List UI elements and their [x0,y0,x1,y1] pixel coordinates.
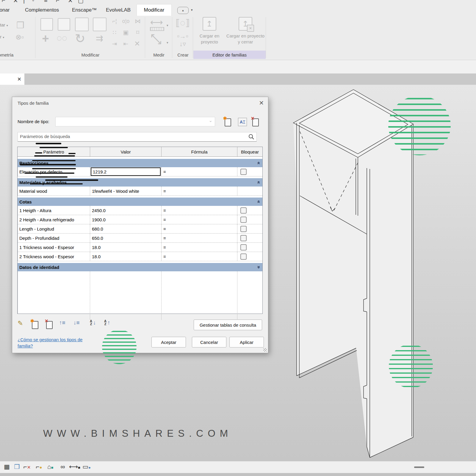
rotate-icon[interactable]: ↻ [73,31,87,46]
table-row[interactable]: 1 Trickness wood - Espesor 18.0 = [18,243,262,252]
lock-checkbox[interactable] [240,207,247,214]
active-view-tab[interactable]: ✕ [0,73,24,85]
matrix-icon[interactable]: ∷ [110,29,119,36]
help-link[interactable]: ¿Cómo se gestionan los tipos de familia? [18,336,92,349]
table-row[interactable]: Length - Longitud 680.0 = [18,224,262,234]
new-type-button[interactable]: ✱ [224,118,231,126]
col-header-formula[interactable]: Fórmula [162,147,237,156]
ribbon-collapse-button[interactable]: ▲ [177,7,189,14]
offset-icon[interactable]: o¦o [121,18,130,24]
qat-icon-fragment[interactable]: ✕ [68,0,73,4]
align-icon[interactable]: ⌐¦ [110,18,119,24]
create-similar-icon[interactable]: ▫→▫↓▿ [175,32,190,48]
tab-evolvelab[interactable]: EvolveLAB [105,4,132,16]
detail-level-icon[interactable]: ❒ [12,463,21,470]
qat-icon-fragment[interactable]: | [23,0,25,4]
delete-element-icon[interactable]: ✕ [133,40,142,48]
scale-ribbon-icon[interactable]: ▣ [121,29,130,36]
chevron-down-icon[interactable]: ▾ [191,8,193,12]
split-element-icon[interactable] [75,18,89,31]
scale-icon[interactable]: ▦ [2,463,11,470]
lock-checkbox[interactable] [240,169,247,175]
lock-checkbox[interactable] [240,226,247,232]
tab-modificar[interactable]: Modificar [137,4,171,16]
expand-chevron-icon[interactable]: » [256,266,262,268]
sort-ascending-arrow[interactable]: ↓ [93,320,96,326]
manage-lookup-tables-button[interactable]: Gestionar tablas de consulta [194,320,262,330]
close-view-icon[interactable]: ✕ [17,76,21,82]
qat-icon-fragment[interactable]: ▢ [78,0,84,4]
move-up-icon[interactable]: ↑≡ [59,320,65,326]
qat-icon-fragment[interactable]: ◦ [32,0,34,4]
table-row[interactable]: 1 Heigth - Altura 2450.0 = [18,206,262,215]
sort-descending-arrow[interactable]: ↑ [107,320,110,326]
crop-visibility-icon[interactable]: ⌐● [35,463,43,470]
qat-icon-fragment[interactable]: ✕ [13,0,18,4]
group-row-datos-identidad[interactable]: Datos de identidad » [18,263,262,271]
wall-join-icon[interactable] [40,18,53,31]
horizontal-scrollbar-thumb[interactable] [414,466,424,468]
split-with-gap-icon[interactable] [93,18,107,31]
chevron-down-icon[interactable]: ▾ [167,41,168,45]
qat-icon-fragment[interactable]: ≡ [44,0,48,4]
copy-icon[interactable]: ◌◌ [56,33,68,43]
move-icon[interactable]: + [39,32,52,45]
array-icon[interactable]: ⇉ [93,33,106,43]
crop-off-icon[interactable]: ⌐✕ [23,463,32,470]
chevron-down-icon[interactable]: ▾ [167,24,168,27]
sort-descending-icon[interactable]: AZ [103,320,107,325]
reveal-constraints-icon[interactable]: ⌂■ [46,463,55,470]
sort-ascending-icon[interactable]: AZ [89,320,93,325]
pin-icon[interactable]: ⋈ [133,18,142,25]
edit-parameter-icon[interactable]: ✎ [18,320,23,327]
table-row[interactable]: 2 Trickness wood - Espesor 18.0 = [18,252,262,261]
measure-between-icon[interactable]: ⟷ [146,29,167,49]
load-into-project-and-close-button[interactable]: ↥ ✕ Cargar en proyecto y cerrar [226,17,265,50]
group-row-cotas[interactable]: Cotas « [18,198,262,206]
cope-icon[interactable] [58,18,70,31]
col-header-bloquear[interactable]: Bloquear [237,147,262,156]
cut-button-label[interactable]: tar ▾ [0,22,8,27]
table-row[interactable]: Material wood 1fewfwef4 - Wood white = [18,187,262,196]
collapse-chevron-icon[interactable]: « [256,181,262,184]
tab-gestionar[interactable]: tionar [0,4,11,16]
trim-icon[interactable]: ⇥ [110,40,119,47]
chevron-down-icon[interactable]: ⌄ [209,118,212,123]
load-into-project-button[interactable]: ↥ Cargar en proyecto [192,17,227,50]
cancel-button[interactable]: Cancelar [192,337,226,347]
unpin-icon[interactable]: ⌑ [133,29,142,36]
qat-icon-fragment[interactable]: ⌐ [2,0,5,4]
lock-checkbox[interactable] [240,217,247,223]
lock-checkbox[interactable] [240,235,247,241]
table-row[interactable]: 2 Heigth - Altura refrigerado 1900.0 = [18,215,262,224]
collapse-chevron-icon[interactable]: « [256,200,262,203]
value-input-active[interactable]: 1219.2 [91,167,161,176]
lock-checkbox[interactable] [240,244,247,250]
create-group-icon[interactable]: ⟦◌⟧ [174,18,191,28]
collapse-chevron-icon[interactable]: « [256,162,262,164]
rename-type-button[interactable]: A⌶ [238,118,247,126]
search-parameters-input[interactable]: Parámetros de búsqueda [18,132,257,142]
type-name-combobox[interactable]: ⌄ [55,117,215,126]
table-row[interactable]: Depth - Profundidad 650.0 = [18,234,262,243]
move-down-icon[interactable]: ↓≡ [73,320,80,326]
lock-checkbox[interactable] [240,253,247,260]
measure-icon[interactable]: ⟷ [148,17,165,27]
apply-button[interactable]: Aplicar [229,337,264,347]
cut-geometry-icon[interactable]: ❒ [16,20,24,30]
col-header-valor[interactable]: Valor [90,147,162,156]
extend-icon[interactable]: ⇤ [121,40,130,47]
tab-enscape[interactable]: Enscape™ [71,4,98,16]
paste-icon[interactable]: ⊗▫ [15,33,24,41]
dialog-close-icon[interactable]: ✕ [259,99,264,107]
cut-button-label[interactable]: r ▾ [0,34,4,39]
delete-type-button[interactable]: ✕ [252,118,259,126]
reveal-hidden-icon[interactable]: ⟷■ [69,463,78,470]
qat-icon-fragment[interactable]: ⌐ [56,0,60,4]
delete-parameter-button[interactable]: ✕ [46,320,53,328]
tab-complementos[interactable]: Complementos [24,4,60,16]
accept-button[interactable]: Aceptar [151,337,186,347]
dialog-resize-grip[interactable] [263,348,267,352]
temporary-view-icon[interactable]: ▭● [82,463,91,470]
shadows-icon[interactable]: ∞ [58,463,67,470]
